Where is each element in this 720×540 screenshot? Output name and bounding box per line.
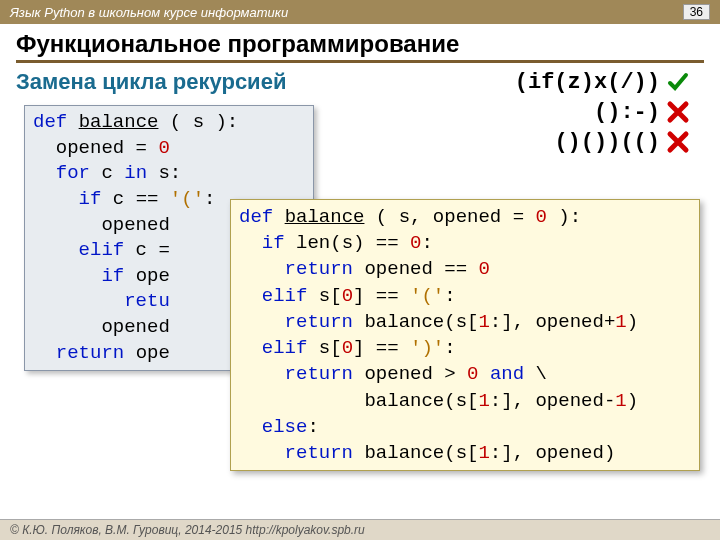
footer: © К.Ю. Поляков, В.М. Гуровиц, 2014-2015 … (0, 519, 720, 540)
example-1: (if(z)x(/)) (515, 70, 660, 95)
header-bar: Язык Python в школьном курсе информатики… (0, 0, 720, 24)
example-2: ():-) (594, 100, 660, 125)
cross-icon (666, 130, 690, 154)
page-title: Функциональное программирование (0, 24, 720, 60)
cross-icon (666, 100, 690, 124)
code-block-recursive: def balance ( s, opened = 0 ): if len(s)… (230, 199, 700, 471)
course-label: Язык Python в школьном курсе информатики (10, 5, 288, 20)
example-3: ()())(() (554, 130, 660, 155)
page-number: 36 (683, 4, 710, 20)
content-area: (if(z)x(/)) ():-) ()())(() def balance (… (0, 99, 720, 529)
examples-block: (if(z)x(/)) ():-) ()())(() (515, 67, 690, 157)
title-underline (16, 60, 704, 63)
check-icon (666, 70, 690, 94)
